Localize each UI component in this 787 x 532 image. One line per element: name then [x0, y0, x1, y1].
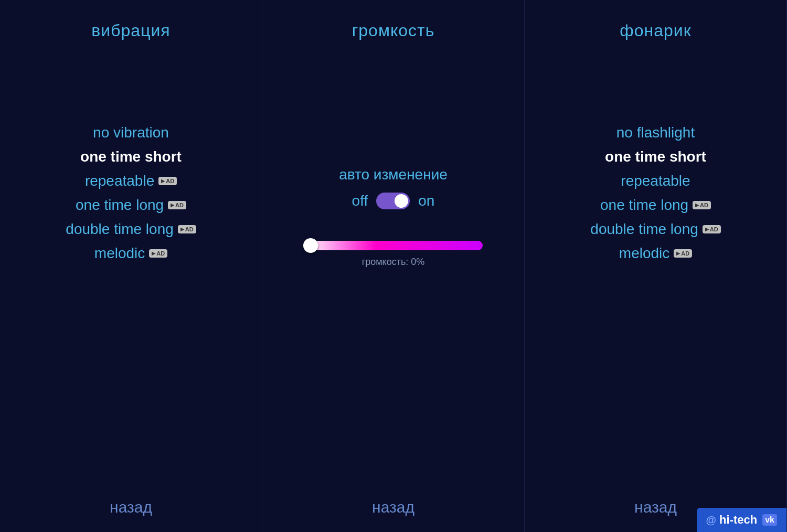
option-one-time-long-v-label: one time long — [76, 197, 164, 214]
auto-change-toggle[interactable] — [376, 193, 410, 209]
volume-title: громкость — [352, 21, 435, 40]
option-one-time-long-f[interactable]: one time long AD — [600, 197, 711, 214]
option-double-time-long-v[interactable]: double time long AD — [66, 221, 196, 238]
option-repeatable-f[interactable]: repeatable — [621, 173, 690, 189]
option-repeatable-f-label: repeatable — [621, 173, 690, 189]
flashlight-panel: фонарик no flashlight one time short rep… — [525, 0, 787, 532]
flashlight-back-button[interactable]: назад — [634, 498, 677, 516]
option-one-time-short-f-label: one time short — [605, 148, 706, 165]
option-melodic-f-label: melodic — [619, 245, 669, 262]
toggle-knob — [395, 194, 408, 208]
volume-panel: громкость авто изменение off on громкост… — [262, 0, 525, 532]
option-melodic-v[interactable]: melodic AD — [94, 245, 167, 262]
toggle-on-label: on — [418, 193, 434, 209]
option-one-time-short-f[interactable]: one time short — [605, 148, 706, 165]
watermark: @ hi-tech vk — [697, 508, 786, 532]
option-repeatable-v[interactable]: repeatable AD — [85, 173, 177, 189]
option-no-vibration[interactable]: no vibration — [93, 124, 169, 141]
vibration-options-list: no vibration one time short repeatable A… — [66, 124, 196, 262]
watermark-text: hi-tech — [719, 513, 757, 527]
option-double-time-long-f[interactable]: double time long AD — [590, 221, 720, 238]
option-melodic-f[interactable]: melodic AD — [619, 245, 692, 262]
ad-badge-double-time-long-f[interactable]: AD — [703, 225, 721, 233]
option-one-time-short-v[interactable]: one time short — [80, 148, 182, 165]
option-one-time-long-f-label: one time long — [600, 197, 688, 214]
option-double-time-long-f-label: double time long — [590, 221, 698, 238]
vibration-title: вибрация — [91, 21, 170, 40]
ad-badge-one-time-long-f[interactable]: AD — [693, 201, 711, 209]
watermark-vk: vk — [762, 514, 777, 526]
option-one-time-long-v[interactable]: one time long AD — [76, 197, 186, 214]
option-melodic-v-label: melodic — [94, 245, 145, 262]
volume-section-label: авто изменение — [339, 166, 448, 183]
toggle-off-label: off — [352, 193, 368, 209]
option-no-flashlight-label: no flashlight — [616, 124, 695, 141]
flashlight-title: фонарик — [620, 21, 691, 40]
volume-slider-container: громкость: 0% — [304, 241, 483, 268]
option-one-time-short-v-label: one time short — [80, 148, 182, 165]
option-double-time-long-v-label: double time long — [66, 221, 173, 238]
ad-badge-melodic-v[interactable]: AD — [149, 249, 167, 258]
watermark-at-icon: @ — [706, 514, 717, 526]
option-repeatable-v-label: repeatable — [85, 173, 154, 189]
ad-badge-repeatable-v[interactable]: AD — [158, 177, 177, 185]
vibration-panel: вибрация no vibration one time short rep… — [0, 0, 262, 532]
volume-back-button[interactable]: назад — [372, 498, 414, 516]
vibration-back-button[interactable]: назад — [110, 498, 152, 516]
volume-slider-track[interactable] — [304, 241, 483, 250]
ad-badge-melodic-f[interactable]: AD — [674, 249, 692, 258]
ad-badge-one-time-long-v[interactable]: AD — [168, 201, 186, 209]
ad-badge-double-time-long-v[interactable]: AD — [178, 225, 196, 233]
option-no-flashlight[interactable]: no flashlight — [616, 124, 695, 141]
auto-change-toggle-row: off on — [352, 193, 435, 209]
option-no-vibration-label: no vibration — [93, 124, 169, 141]
flashlight-options-list: no flashlight one time short repeatable … — [590, 124, 720, 262]
volume-slider-thumb[interactable] — [303, 238, 318, 253]
volume-slider-value: громкость: 0% — [362, 257, 425, 268]
